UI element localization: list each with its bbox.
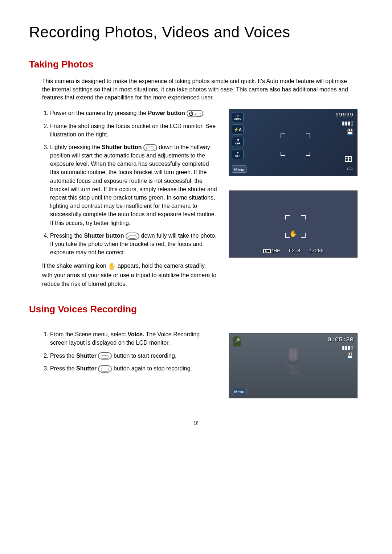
lcd-voice-recording: 🎤 0:05:30 ▮▮▮▯ 💾 Menu (229, 333, 358, 398)
step-3: Lightly pressing the Shutter button down… (50, 143, 218, 227)
iso-value: ISO100 (263, 248, 280, 254)
selftimer-off-icon: ⏱OFF (232, 137, 244, 147)
card-icon: 💾 (347, 352, 354, 359)
lcd-preview-halfpress: ✋ ISO100 F2.8 1/200 (229, 190, 358, 258)
recording-timer: 0:05:30 (328, 336, 354, 344)
battery-icon: ▮▮▮▯ (342, 344, 354, 352)
shots-remaining: 99999 (335, 111, 354, 119)
section-heading-voice-recording: Using Voices Recording (29, 303, 363, 316)
shutter-button-icon (143, 144, 157, 151)
shutter-button-icon (126, 233, 139, 240)
microphone-graphic (282, 348, 304, 381)
step-3-text-c: down to the halfway position will start … (50, 144, 217, 226)
voice-step-1: From the Scene menu, select Voice. The V… (50, 330, 218, 347)
section-heading-taking-photos: Taking Photos (29, 58, 363, 71)
face-off-icon: ☻OFF (232, 149, 244, 159)
page-number: 18 (29, 420, 363, 426)
menu-button: Menu (232, 165, 246, 173)
voice-step-2: Press the Shutter button to start record… (50, 352, 218, 360)
lcd-preview-photo: 📷AUTO ⚡A ⏱OFF ☻OFF Menu 99999 ▮▮▮▯ 💾 ▭ (229, 109, 358, 176)
shutter-button-icon (98, 352, 112, 360)
menu-button: Menu (232, 388, 246, 395)
battery-icon: ▮▮▮▯ (335, 120, 354, 127)
step-3-text-a: Lightly pressing the (50, 144, 102, 150)
step-1-text-a: Power on the camera by pressing the (50, 110, 148, 116)
intro-paragraph: This camera is designed to make the expe… (42, 77, 350, 102)
shake-warning-icon: ✋ (108, 262, 116, 271)
power-button-label: Power button (148, 110, 185, 116)
shutter-speed-value: 1/200 (309, 248, 323, 254)
shutter-button-label-2: Shutter button (84, 233, 124, 239)
shake-note-a: If the shake warning icon (42, 263, 108, 269)
shutter-button-label: Shutter button (102, 144, 142, 150)
step-1: Power on the camera by pressing the Powe… (50, 109, 218, 117)
voice-mode-icon: 🎤 (233, 336, 241, 346)
step-4-text-a: Pressing the (50, 233, 84, 239)
page-title: Recording Photos, Videos and Voices (29, 22, 363, 43)
voice-step-3: Press the Shutter button again to stop r… (50, 364, 218, 373)
shutter-button-icon (98, 365, 112, 373)
shake-warning-icon-lcd: ✋ (289, 229, 297, 238)
mode-auto-icon: 📷AUTO (232, 112, 244, 122)
af-point-indicator (345, 156, 352, 162)
aperture-value: F2.8 (289, 248, 300, 254)
step-2: Frame the shot using the focus bracket o… (50, 122, 218, 139)
card-icon: 💾 (335, 128, 354, 135)
voice-bold: Voice. (127, 331, 144, 337)
shutter-label: Shutter (76, 353, 97, 359)
flash-auto-icon: ⚡A (232, 124, 244, 135)
step-4: Pressing the Shutter button down fully w… (50, 231, 218, 257)
power-button-icon: ⏻ (187, 110, 203, 117)
shutter-label: Shutter (76, 365, 97, 372)
step-1-text-c: . (203, 110, 205, 116)
aspect-icon: ▭ (347, 164, 354, 173)
shake-warning-note: If the shake warning icon ✋ appears, hol… (42, 262, 218, 288)
